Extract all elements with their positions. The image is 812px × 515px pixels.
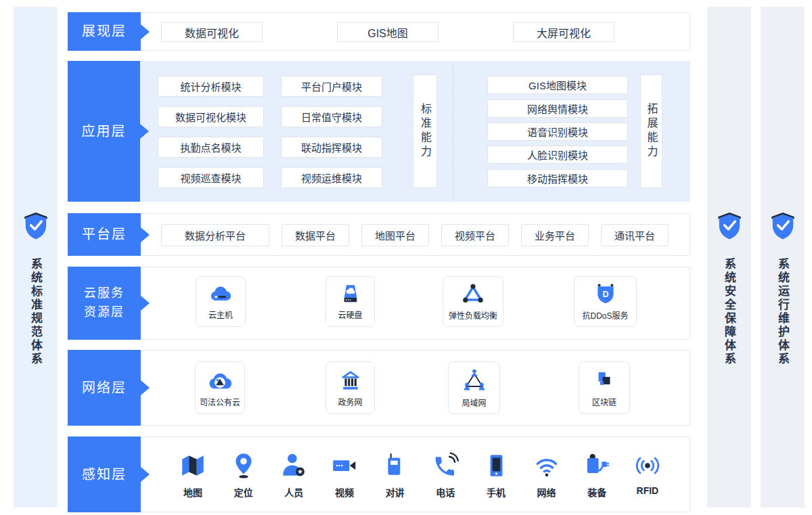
application-module: 视频运维模块 [281, 167, 382, 188]
perception-item-label: 对讲 [386, 485, 405, 499]
rfid-icon [633, 451, 662, 480]
perception-items: 地图 定位 ★ 人员 [168, 451, 673, 499]
layer-label-text: 感知层 [82, 464, 127, 485]
perception-item: ★ 人员 [269, 451, 319, 499]
application-module: 日常值守模块 [281, 106, 382, 127]
application-module: 语音识别模块 [487, 122, 628, 141]
network-card: 司法公有云 [195, 361, 245, 414]
wifi-network-icon [533, 451, 561, 480]
cloud-resource-label: 弹性负载均衡 [449, 309, 497, 321]
layer-row-application: 应用层 统计分析模块 数据可视化模块 执勤点名模块 视频巡查模块 平台门户模块 … [68, 61, 690, 202]
pillar-standards-label: 系统标准规范体系 [27, 258, 44, 366]
layer-label-text: 平台层 [82, 224, 127, 245]
perception-item-label: 装备 [587, 485, 606, 499]
layer-label-text: 云服务 资源层 [84, 284, 125, 322]
cloud-resource-label: 抗DDoS服务 [582, 309, 628, 321]
mobile-phone-icon [482, 451, 510, 480]
video-camera-icon [330, 451, 359, 480]
blockchain-icon [593, 369, 616, 392]
cloud-resource-label: 云主机 [208, 309, 233, 320]
layer-row-cloud-resources: 云服务 资源层 云主机 云硬盘 [68, 267, 690, 340]
perception-item-label: 人员 [284, 485, 303, 499]
equipment-icon [583, 451, 611, 480]
network-card: 局域网 [448, 361, 500, 414]
system-architecture-diagram: 系统标准规范体系 展现层 数据可视化 GIS地图 大屏可视化 应用层 统计分析模… [0, 0, 812, 515]
anti-ddos-shield-icon: D [593, 282, 618, 305]
pillar-security-label: 系统安全保障体系 [721, 258, 738, 366]
cloud-resource-card: 云主机 [196, 276, 246, 327]
layer-row-perception: 感知层 地图 定位 [68, 436, 690, 512]
svg-text:★: ★ [298, 468, 303, 475]
layer-row-presentation: 展现层 数据可视化 GIS地图 大屏可视化 [68, 12, 690, 51]
network-card: 区块链 [579, 361, 630, 414]
layer-label-text: 网络层 [82, 378, 127, 399]
telephone-icon [431, 451, 459, 480]
perception-item: 电话 [420, 451, 470, 499]
justice-public-cloud-icon [207, 369, 233, 392]
application-module: 移动指挥模块 [487, 169, 628, 187]
layer-label-cloud-resources: 云服务 资源层 [68, 267, 141, 340]
application-module: 统计分析模块 [158, 76, 264, 97]
layer-row-platform: 平台层 数据分析平台 数据平台 地图平台 视频平台 业务平台 通讯平台 [68, 213, 690, 256]
cloud-disk-icon [339, 283, 362, 305]
cloud-resource-label: 云硬盘 [338, 309, 362, 320]
government-network-icon [338, 369, 363, 392]
walkie-talkie-icon [381, 451, 409, 480]
layer-label-text: 应用层 [82, 121, 127, 142]
perception-item-label: 视频 [335, 485, 354, 499]
perception-item-label: 地图 [183, 485, 202, 499]
layer-label-application: 应用层 [68, 61, 140, 202]
platform-item: 数据分析平台 [161, 224, 269, 246]
application-module: 网络舆情模块 [487, 99, 628, 118]
layer-label-presentation: 展现层 [68, 12, 141, 51]
perception-item: RFID [623, 451, 673, 499]
pillar-security: 系统安全保障体系 [707, 7, 751, 508]
platform-item: 数据平台 [281, 224, 349, 246]
presentation-item: GIS地图 [337, 22, 438, 42]
standard-ability-tag: 标准能力 [413, 74, 437, 188]
layer-label-network: 网络层 [68, 350, 141, 426]
layer-label-text: 展现层 [82, 21, 127, 42]
application-module: 数据可视化模块 [158, 106, 264, 127]
dashed-divider [453, 64, 453, 199]
perception-item-label: 网络 [537, 485, 556, 499]
perception-item: 视频 [319, 451, 369, 499]
pillar-maintenance-label: 系统运行维护体系 [774, 258, 791, 366]
perception-item-label: 手机 [487, 485, 505, 499]
layer-label-platform: 平台层 [68, 213, 141, 256]
platform-item: 业务平台 [521, 224, 589, 246]
perception-item: 地图 [168, 451, 218, 499]
lan-icon [461, 368, 487, 393]
shield-check-icon [769, 212, 796, 240]
application-module: 平台门户模块 [281, 76, 382, 97]
pillar-maintenance: 系统运行维护体系 [761, 7, 805, 508]
shield-check-icon [716, 212, 743, 240]
presentation-item: 数据可视化 [161, 22, 263, 42]
network-card-label: 区块链 [592, 396, 616, 407]
presentation-item: 大屏可视化 [513, 22, 614, 42]
cloud-resource-card: 云硬盘 [325, 276, 375, 327]
location-pin-icon [229, 451, 258, 480]
platform-item: 地图平台 [361, 224, 429, 246]
platform-item: 视频平台 [441, 224, 509, 246]
application-module: 视频巡查模块 [158, 167, 264, 188]
perception-item: 网络 [522, 451, 572, 499]
platform-item: 通讯平台 [601, 224, 669, 246]
application-module: GIS地图模块 [487, 76, 628, 94]
map-icon [179, 451, 207, 480]
network-card-label: 司法公有云 [200, 396, 240, 407]
layer-label-perception: 感知层 [68, 436, 141, 512]
perception-item: 手机 [471, 451, 521, 499]
load-balancer-icon [461, 282, 485, 305]
cloud-resource-card: D 抗DDoS服务 [574, 276, 637, 327]
application-module: 联动指挥模块 [281, 137, 382, 158]
shield-check-icon [22, 212, 49, 240]
network-card-label: 政务网 [338, 396, 362, 407]
network-card: 政务网 [325, 361, 375, 414]
perception-item-label: 电话 [436, 485, 455, 499]
svg-text:D: D [602, 290, 608, 299]
extension-ability-tag: 拓展能力 [640, 74, 662, 188]
perception-item-label: RFID [637, 485, 659, 496]
cloud-host-icon [208, 283, 233, 305]
personnel-icon: ★ [279, 451, 308, 480]
